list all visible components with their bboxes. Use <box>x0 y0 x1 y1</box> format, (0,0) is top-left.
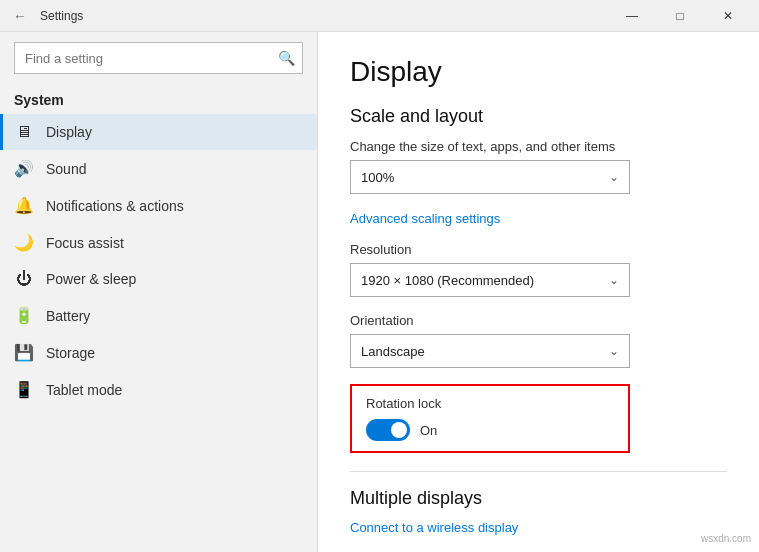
search-icon: 🔍 <box>278 50 295 66</box>
sidebar-item-notifications[interactable]: 🔔 Notifications & actions <box>0 187 317 224</box>
titlebar: ← Settings — □ ✕ <box>0 0 759 32</box>
sidebar: 🔍 System 🖥 Display 🔊 Sound 🔔 Notificatio… <box>0 32 318 552</box>
back-button[interactable]: ← <box>8 4 32 28</box>
orientation-control-group: Orientation Landscape ⌄ <box>350 313 727 368</box>
rotation-lock-toggle[interactable] <box>366 419 410 441</box>
scale-dropdown[interactable]: 100% ⌄ <box>350 160 630 194</box>
toggle-knob <box>391 422 407 438</box>
chevron-down-icon: ⌄ <box>609 273 619 287</box>
sidebar-item-label: Focus assist <box>46 235 124 251</box>
connect-wireless-link[interactable]: Connect to a wireless display <box>350 520 518 535</box>
maximize-button[interactable]: □ <box>657 0 703 32</box>
close-button[interactable]: ✕ <box>705 0 751 32</box>
scale-control-group: Change the size of text, apps, and other… <box>350 139 727 194</box>
orientation-value: Landscape <box>361 344 425 359</box>
titlebar-controls: — □ ✕ <box>609 0 751 32</box>
sidebar-item-label: Power & sleep <box>46 271 136 287</box>
display-icon: 🖥 <box>14 123 34 141</box>
scale-layout-title: Scale and layout <box>350 106 727 127</box>
rotation-lock-toggle-row: On <box>366 419 614 441</box>
rotation-lock-label: Rotation lock <box>366 396 614 411</box>
focus-icon: 🌙 <box>14 233 34 252</box>
sound-icon: 🔊 <box>14 159 34 178</box>
page-title: Display <box>350 56 727 88</box>
sidebar-section-title: System <box>0 84 317 114</box>
rotation-lock-section: Rotation lock On <box>350 384 630 453</box>
resolution-label: Resolution <box>350 242 727 257</box>
sidebar-item-label: Storage <box>46 345 95 361</box>
sidebar-item-power[interactable]: ⏻ Power & sleep <box>0 261 317 297</box>
sidebar-item-label: Battery <box>46 308 90 324</box>
content-area: Display Scale and layout Change the size… <box>318 32 759 552</box>
chevron-down-icon: ⌄ <box>609 344 619 358</box>
resolution-value: 1920 × 1080 (Recommended) <box>361 273 534 288</box>
orientation-label: Orientation <box>350 313 727 328</box>
sidebar-item-focus[interactable]: 🌙 Focus assist <box>0 224 317 261</box>
scale-label: Change the size of text, apps, and other… <box>350 139 727 154</box>
app-body: 🔍 System 🖥 Display 🔊 Sound 🔔 Notificatio… <box>0 32 759 552</box>
chevron-down-icon: ⌄ <box>609 170 619 184</box>
sidebar-item-tablet[interactable]: 📱 Tablet mode <box>0 371 317 408</box>
search-input[interactable] <box>14 42 303 74</box>
sidebar-item-display[interactable]: 🖥 Display <box>0 114 317 150</box>
sidebar-item-storage[interactable]: 💾 Storage <box>0 334 317 371</box>
multiple-displays-title: Multiple displays <box>350 488 727 509</box>
power-icon: ⏻ <box>14 270 34 288</box>
orientation-dropdown[interactable]: Landscape ⌄ <box>350 334 630 368</box>
resolution-control-group: Resolution 1920 × 1080 (Recommended) ⌄ <box>350 242 727 297</box>
section-divider <box>350 471 727 472</box>
resolution-dropdown[interactable]: 1920 × 1080 (Recommended) ⌄ <box>350 263 630 297</box>
battery-icon: 🔋 <box>14 306 34 325</box>
rotation-lock-state: On <box>420 423 437 438</box>
watermark: wsxdn.com <box>701 533 751 544</box>
sidebar-item-sound[interactable]: 🔊 Sound <box>0 150 317 187</box>
sidebar-item-label: Notifications & actions <box>46 198 184 214</box>
sidebar-item-battery[interactable]: 🔋 Battery <box>0 297 317 334</box>
advanced-scaling-link[interactable]: Advanced scaling settings <box>350 211 500 226</box>
tablet-icon: 📱 <box>14 380 34 399</box>
storage-icon: 💾 <box>14 343 34 362</box>
minimize-button[interactable]: — <box>609 0 655 32</box>
notifications-icon: 🔔 <box>14 196 34 215</box>
search-container: 🔍 <box>14 42 303 74</box>
sidebar-item-label: Tablet mode <box>46 382 122 398</box>
scale-value: 100% <box>361 170 394 185</box>
titlebar-title: Settings <box>40 9 83 23</box>
sidebar-item-label: Sound <box>46 161 86 177</box>
sidebar-item-label: Display <box>46 124 92 140</box>
